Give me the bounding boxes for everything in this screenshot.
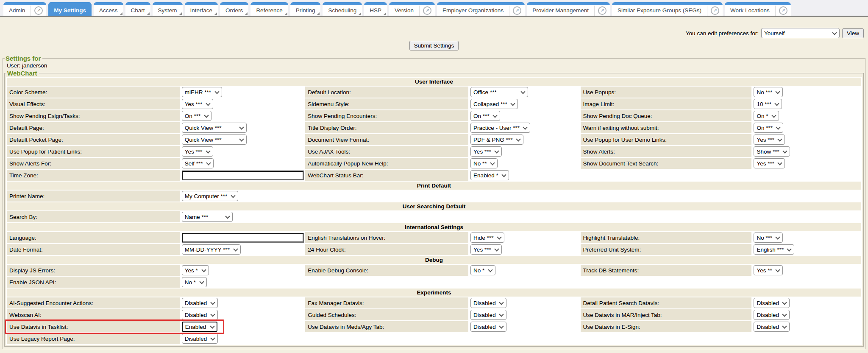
track-db-statements-select[interactable]: Yes **	[754, 265, 783, 275]
external-link-icon[interactable]: ↗	[34, 6, 43, 15]
setting-value-cell: Self ***	[181, 158, 305, 169]
tab-printing[interactable]: Printing	[290, 2, 321, 16]
select-wrap: No ***	[754, 87, 783, 97]
show-pending-doc-queue-select[interactable]: On *	[754, 111, 779, 121]
tab-my-settings[interactable]: My Settings	[48, 2, 92, 16]
setting-label-use-popup-for-patient-links: Use Popup for Patient Links:	[7, 146, 180, 157]
tab-divider	[509, 6, 509, 16]
external-link-icon[interactable]: ↗	[423, 6, 431, 15]
tab-reference[interactable]: Reference	[250, 2, 288, 16]
document-view-format-select[interactable]: PDF & PNG ***	[470, 134, 523, 145]
language-input[interactable]	[182, 233, 304, 243]
default-location-select[interactable]: Office ***	[470, 87, 528, 97]
default-pocket-page-select[interactable]: Quick View ***	[182, 134, 247, 145]
setting-label-show-alerts-for: Show Alerts For:	[7, 158, 180, 169]
external-link-icon[interactable]: ↗	[598, 6, 606, 15]
submit-settings-button[interactable]: Submit Settings	[409, 41, 459, 50]
tab-access[interactable]: Access	[94, 2, 123, 16]
use-ajax-tools-select[interactable]: Yes ***	[470, 146, 502, 157]
display-js-errors-select[interactable]: Yes *	[182, 265, 209, 275]
tab-orders[interactable]: Orders	[220, 2, 248, 16]
edit-preferences-select[interactable]: Yourself	[761, 28, 840, 38]
setting-row: Search By:Name ***	[7, 211, 861, 222]
date-format-select[interactable]: MM-DD-YYYY ***	[182, 244, 241, 255]
tab-system[interactable]: System	[153, 2, 183, 16]
select-wrap: On ***	[470, 111, 500, 121]
tab-scheduling[interactable]: Scheduling	[323, 2, 362, 16]
printer-name-select[interactable]: My Computer ***	[182, 191, 238, 201]
use-datavis-in-mar-inject-tab-select[interactable]: Disabled	[754, 310, 790, 320]
visual-effects-select[interactable]: Yes ***	[182, 99, 213, 109]
empty-cell	[581, 211, 752, 222]
time-zone-input[interactable]	[182, 171, 304, 180]
tab-interface[interactable]: Interface	[185, 2, 218, 16]
setting-label-show-document-text-search: Show Document Text Search:	[581, 158, 752, 169]
ai-suggested-encounter-actions-select[interactable]: Disabled	[182, 298, 218, 308]
select-wrap: Enabled	[182, 322, 217, 332]
tab-work-locations[interactable]: Work Locations↗	[725, 2, 791, 16]
setting-value-cell: Name ***	[181, 211, 305, 222]
show-document-text-search-select[interactable]: Yes ***	[754, 158, 785, 168]
tab-version[interactable]: Version↗	[389, 2, 435, 16]
setting-label-use-legacy-report-page: Use Legacy Report Page:	[7, 333, 180, 344]
section-header-international-settings: International Settings	[7, 223, 861, 231]
use-legacy-report-page-select[interactable]: Disabled	[182, 333, 218, 344]
setting-value-cell: Collapsed ***	[469, 98, 580, 109]
show-pending-encounters-select[interactable]: On ***	[470, 111, 500, 121]
24-hour-clock-select[interactable]: Yes ***	[470, 244, 502, 255]
show-alerts-for-select[interactable]: Self ***	[182, 158, 214, 168]
tab-hsp[interactable]: HSP	[364, 2, 387, 16]
warn-if-exiting-without-submit-select[interactable]: On ***	[754, 123, 783, 133]
external-link-icon[interactable]: ↗	[779, 6, 787, 15]
setting-value-cell: No ***	[752, 87, 861, 98]
show-pending-esign-tasks-select[interactable]: On ***	[182, 111, 211, 121]
external-link-icon[interactable]: ↗	[513, 6, 521, 15]
setting-value-cell: Hide ***	[469, 232, 580, 243]
tab-employer-organizations[interactable]: Employer Organizations↗	[437, 2, 525, 16]
title-display-order-select[interactable]: Practice - User ***	[470, 123, 530, 133]
tab-similar-exposure-groups-segs[interactable]: Similar Exposure Groups (SEGs)↗	[612, 2, 723, 16]
use-popups-select[interactable]: No ***	[754, 87, 783, 97]
setting-row: Show Pending Esign/Tasks:On ***Show Pend…	[7, 110, 861, 121]
view-button[interactable]: View	[842, 28, 864, 38]
tab-admin[interactable]: Admin↗	[3, 2, 46, 16]
preferred-unit-system-select[interactable]: English ***	[754, 244, 794, 255]
image-limit-select[interactable]: 10 ***	[754, 99, 782, 109]
color-scheme-select[interactable]: miEHR ***	[182, 87, 222, 97]
fax-manager-datavis-select[interactable]: Disabled	[470, 298, 506, 308]
show-alerts-select[interactable]: Show ***	[754, 146, 790, 157]
setting-value-cell: On ***	[181, 110, 305, 121]
setting-value-cell: 10 ***	[752, 98, 861, 109]
setting-value-cell: No **	[469, 158, 580, 169]
setting-row: Printer Name:My Computer ***	[7, 191, 861, 202]
detail-patient-search-datavis-select[interactable]: Disabled	[754, 298, 790, 308]
default-page-select[interactable]: Quick View ***	[182, 123, 247, 133]
automatically-popup-new-help-select[interactable]: No **	[470, 158, 498, 168]
sidemenu-style-select[interactable]: Collapsed ***	[470, 99, 518, 109]
search-by-select[interactable]: Name ***	[182, 212, 233, 222]
guided-schedules-select[interactable]: Disabled	[470, 310, 506, 320]
use-datavis-in-tasklist-select[interactable]: Enabled	[182, 322, 217, 332]
tab-provider-management[interactable]: Provider Management↗	[527, 2, 610, 16]
use-popup-for-user-demo-links-select[interactable]: Yes ***	[754, 134, 785, 145]
empty-cell	[469, 211, 580, 222]
use-popup-for-patient-links-select[interactable]: Yes ***	[182, 146, 213, 157]
use-datavis-in-e-sign-select[interactable]: Disabled	[754, 322, 790, 332]
enable-json-api-select[interactable]: No *	[182, 277, 207, 287]
setting-value-cell: No *	[181, 277, 305, 288]
setting-row: Default Page:Quick View ***Title Display…	[7, 122, 861, 133]
setting-value-cell: Disabled	[469, 321, 580, 332]
empty-cell	[581, 191, 752, 202]
tab-chart[interactable]: Chart	[125, 2, 150, 16]
highlight-translatable-select[interactable]: No ***	[754, 233, 783, 243]
select-wrap: 10 ***	[754, 99, 782, 109]
select-wrap: On ***	[754, 123, 783, 133]
enable-debug-console-select[interactable]: No *	[470, 265, 495, 275]
external-link-icon[interactable]: ↗	[711, 6, 719, 15]
webscan-ai-select[interactable]: Disabled	[182, 310, 218, 320]
use-datavis-in-meds-agy-tab-select[interactable]: Disabled	[470, 322, 506, 332]
webchart-status-bar-select[interactable]: Enabled *	[470, 170, 509, 180]
english-translations-on-hover-select[interactable]: Hide ***	[470, 233, 504, 243]
setting-label-language: Language:	[7, 232, 180, 243]
select-wrap: Yes ***	[182, 146, 213, 157]
